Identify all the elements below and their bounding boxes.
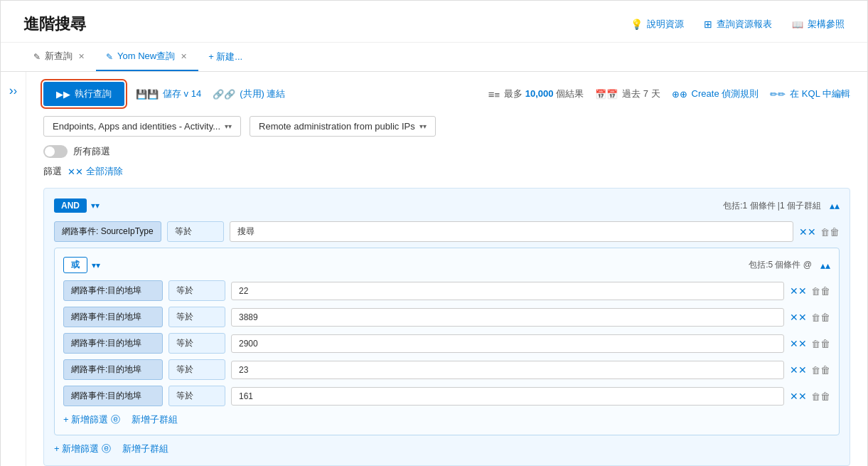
nested-add-group-button[interactable]: 新增子群組 [132, 413, 178, 426]
create-rule-label: Create 偵測規則 [692, 88, 759, 100]
main-condition-row: 網路事件: SourceIpType 等於 搜尋 ✕ 🗑 [54, 221, 840, 242]
main-add-group-label: 新增子群組 [122, 443, 168, 455]
nested-clear-1[interactable]: ✕ [790, 312, 807, 323]
all-filters-label: 所有篩選 [73, 145, 110, 158]
nested-delete-3[interactable]: 🗑 [811, 364, 830, 376]
sidebar-toggle-button[interactable]: › [1, 72, 26, 466]
explain-resource-button[interactable]: 說明資源 [631, 18, 684, 31]
nested-add-filter-button[interactable]: + 新增篩選 ⓔ [63, 413, 120, 426]
nested-op-4[interactable]: 等於 [168, 386, 225, 406]
query-template-dropdown[interactable]: Remote administration from public IPs ▾ [250, 116, 436, 137]
nested-condition-row-1: 網路事件:目的地埠 等於 3889 ✕ 🗑 [63, 307, 830, 327]
main-add-filter-row: + 新增篩選 ⓔ 新增子群組 [54, 443, 840, 455]
datasource-dropdown[interactable]: Endpoints, Apps and identities - Activit… [43, 116, 241, 137]
kql-edit-button[interactable]: ✏ 在 KQL 中編輯 [770, 88, 850, 100]
nested-field-3[interactable]: 網路事件:目的地埠 [63, 359, 163, 380]
query-builder: AND ▾ 包括:1 個條件 |1 個子群組 ▴ 網路事件: SourceIpT… [43, 188, 850, 466]
ng-operator-chevron[interactable]: ▾ [92, 260, 100, 270]
create-rule-button[interactable]: ⊕ Create 偵測規則 [672, 88, 759, 100]
main-add-filter-label: + 新增篩選 ⓔ [54, 443, 111, 455]
nested-add-filter-label: + 新增篩選 ⓔ [63, 413, 120, 426]
query-report-button[interactable]: 查詢資源報表 [704, 18, 772, 31]
table-icon [704, 18, 712, 30]
save-icon: 💾 [136, 89, 159, 100]
content-area: ▶ 執行查詢 💾 儲存 v 14 🔗 (共用) 連結 ≡ 最多 10,000 個… [26, 72, 867, 466]
nested-clear-3[interactable]: ✕ [790, 364, 807, 376]
main-cond-op[interactable]: 等於 [167, 221, 224, 242]
nested-delete-4[interactable]: 🗑 [811, 391, 830, 402]
qb-collapse-icon[interactable]: ▴ [830, 200, 840, 211]
nested-condition-row-4: 網路事件:目的地埠 等於 161 ✕ 🗑 [63, 386, 830, 406]
or-operator-badge[interactable]: 或 [63, 257, 87, 273]
nested-value-4[interactable]: 161 [231, 387, 784, 406]
main-cond-clear-icon[interactable]: ✕ [799, 226, 816, 238]
main-add-filter-button[interactable]: + 新增篩選 ⓔ [54, 443, 111, 455]
tab-bar: 新查詢 Yom New查詢 + 新建... [1, 43, 867, 72]
tab-add-new[interactable]: + 新建... [198, 43, 252, 70]
filter-section: 篩選 ✕ 全部清除 [43, 165, 850, 178]
nested-value-2[interactable]: 2900 [231, 334, 784, 353]
nested-delete-1[interactable]: 🗑 [811, 312, 830, 323]
tab-new-query[interactable]: 新查詢 [23, 43, 96, 71]
nested-field-2[interactable]: 網路事件:目的地埠 [63, 333, 163, 354]
all-filters-toggle[interactable] [43, 145, 68, 158]
nested-group: 或 ▾ 包括:5 個條件 @ ▴ 網路事件:目的地埠 等於 22 [54, 248, 840, 435]
nested-field-4[interactable]: 網路事件:目的地埠 [63, 386, 163, 406]
nested-value-1[interactable]: 3889 [231, 308, 784, 327]
main-cond-field[interactable]: 網路事件: SourceIpType [54, 221, 161, 242]
operator-chevron-icon[interactable]: ▾ [91, 201, 100, 211]
kql-label: 在 KQL 中編輯 [790, 88, 850, 100]
page-title: 進階搜尋 [23, 14, 86, 35]
nested-field-0[interactable]: 網路事件:目的地埠 [63, 280, 163, 301]
tab-add-label: + 新建... [208, 51, 242, 63]
ng-collapse-icon[interactable]: ▴ [820, 260, 830, 271]
save-button[interactable]: 💾 儲存 v 14 [136, 88, 201, 100]
book-icon [792, 19, 803, 30]
main-content: › ▶ 執行查詢 💾 儲存 v 14 🔗 (共用) 連結 [1, 72, 867, 466]
nested-op-2[interactable]: 等於 [168, 333, 225, 354]
share-button[interactable]: 🔗 (共用) 連結 [213, 88, 285, 100]
qb-operator-group: AND ▾ [54, 198, 100, 213]
nested-clear-2[interactable]: ✕ [790, 338, 807, 349]
and-operator-badge[interactable]: AND [54, 198, 87, 213]
nested-op-0[interactable]: 等於 [168, 280, 225, 301]
results-icon: ≡ [488, 88, 500, 100]
nested-op-3[interactable]: 等於 [168, 359, 225, 380]
main-cond-actions: ✕ 🗑 [799, 226, 840, 238]
nested-add-filter-row: + 新增篩選 ⓔ 新增子群組 [63, 413, 830, 426]
nested-clear-0[interactable]: ✕ [790, 285, 807, 297]
nested-delete-0[interactable]: 🗑 [811, 285, 830, 297]
arch-ref-button[interactable]: 架構參照 [792, 18, 845, 31]
clear-icon: ✕ [68, 166, 83, 177]
filter-dropdown-row: Endpoints, Apps and identities - Activit… [43, 116, 850, 137]
tab-new-query-close[interactable] [77, 51, 86, 63]
run-icon: ▶ [56, 89, 70, 100]
nested-delete-2[interactable]: 🗑 [811, 338, 830, 349]
share-label: (共用) 連結 [240, 88, 285, 100]
qb-header: AND ▾ 包括:1 個條件 |1 個子群組 ▴ [54, 198, 840, 213]
bulb-icon [631, 18, 643, 30]
ng-meta-label: 包括:5 個條件 @ [749, 259, 812, 271]
nested-clear-4[interactable]: ✕ [790, 391, 807, 402]
filter-label: 篩選 [43, 165, 62, 178]
run-query-button[interactable]: ▶ 執行查詢 [43, 82, 124, 106]
main-add-group-button[interactable]: 新增子群組 [122, 443, 168, 455]
create-icon: ⊕ [672, 89, 687, 100]
arch-ref-label: 架構參照 [808, 18, 845, 31]
nested-add-group-label: 新增子群組 [132, 413, 178, 426]
nested-value-0[interactable]: 22 [231, 282, 784, 300]
nested-op-1[interactable]: 等於 [168, 307, 225, 327]
nested-value-3[interactable]: 23 [231, 361, 784, 379]
tab-yom-query-close[interactable] [179, 51, 188, 63]
nested-condition-row-0: 網路事件:目的地埠 等於 22 ✕ 🗑 [63, 280, 830, 301]
time-meta[interactable]: 📅 過去 7 天 [595, 88, 660, 100]
main-cond-value[interactable]: 搜尋 [230, 221, 793, 242]
time-icon: 📅 [595, 89, 618, 100]
tab-yom-query[interactable]: Yom New查詢 [96, 43, 198, 71]
clear-all-button[interactable]: ✕ 全部清除 [68, 165, 123, 178]
pencil-icon-2 [106, 51, 113, 62]
main-cond-delete-icon[interactable]: 🗑 [820, 226, 840, 238]
tab-yom-query-label: Yom New查詢 [117, 50, 175, 63]
toolbar-right: ≡ 最多 10,000 個結果 📅 過去 7 天 ⊕ Create 偵測規則 ✏… [488, 88, 850, 100]
nested-field-1[interactable]: 網路事件:目的地埠 [63, 307, 163, 327]
